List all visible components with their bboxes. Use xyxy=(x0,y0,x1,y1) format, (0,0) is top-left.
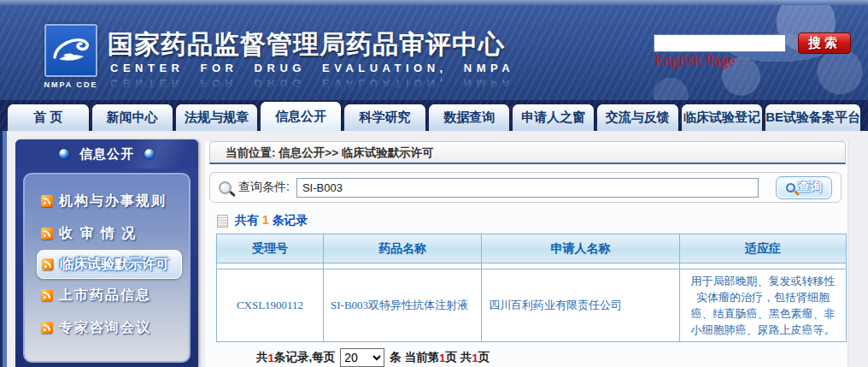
site-title: 国家药品监督管理局药品审评中心 xyxy=(108,27,505,62)
table-spacer-row xyxy=(217,263,847,269)
cell-applicant-name: 四川百利药业有限责任公司 xyxy=(482,269,680,342)
site-subtitle: CENTER FOR DRUG EVALUATION, NMPA xyxy=(110,62,514,74)
rss-icon xyxy=(42,258,54,270)
pagination-text: 页 共 xyxy=(446,350,472,365)
column-header-applicant-name: 申请人名称 xyxy=(482,234,680,263)
list-icon xyxy=(217,215,228,228)
site-subtitle-reflection: CENTER FOR DRUG EVALUATION, NMPA xyxy=(110,77,514,90)
record-count-prefix: 共有 xyxy=(235,213,262,227)
tab-regulations[interactable]: 法规与规章 xyxy=(176,104,257,131)
query-bar: 查询条件: 查询 xyxy=(209,172,842,203)
sidebar-item-label: 收 审 情 况 xyxy=(59,225,137,243)
magnifier-icon xyxy=(786,183,795,192)
tab-applicant-window[interactable]: 申请人之窗 xyxy=(513,104,594,131)
record-count-suffix: 条记录 xyxy=(269,213,308,227)
pagination-text: 页 xyxy=(478,350,490,365)
tab-data-query[interactable]: 数据查询 xyxy=(429,104,510,131)
sidebar-item-expert-advisory-meeting[interactable]: 专家咨询会议 xyxy=(37,311,182,344)
tab-clinical-trial-registry[interactable]: 临床试验登记 xyxy=(682,104,763,131)
pagination-text: 条记录,每页 xyxy=(274,350,335,365)
sidebar-item-label: 机构与办事规则 xyxy=(59,192,167,210)
tab-be-trial-platform[interactable]: BE试验备案平台 xyxy=(765,104,860,131)
sidebar-title: 信息公开 xyxy=(79,146,134,163)
query-input[interactable] xyxy=(296,178,759,198)
breadcrumb: 当前位置: 信息公开>> 临床试验默示许可 xyxy=(209,141,846,164)
sidebar: 信息公开 机构与办事规则 收 审 情 况 临床试验默示许可 xyxy=(15,139,198,367)
sidebar-item-label: 临床试验默示许可 xyxy=(60,256,169,274)
main-content: 当前位置: 信息公开>> 临床试验默示许可 查询条件: 查询 共有 1 条记录 xyxy=(205,141,847,367)
pagination-total-pages: 1 xyxy=(472,352,478,364)
page-size-select[interactable]: 20 xyxy=(340,348,384,367)
pagination-text: 共 xyxy=(256,350,268,365)
query-label: 查询条件: xyxy=(238,180,290,195)
pagination-total-records: 1 xyxy=(268,352,275,364)
english-page-link[interactable]: English Page xyxy=(654,52,736,70)
cell-drug-name: SI-B003双特异性抗体注射液 xyxy=(324,269,482,342)
pagination-current-page: 1 xyxy=(439,352,446,364)
page-body: 信息公开 机构与办事规则 收 审 情 况 临床试验默示许可 xyxy=(0,131,868,367)
rss-icon xyxy=(41,322,53,334)
column-header-drug-name: 药品名称 xyxy=(324,234,482,263)
sidebar-item-clinical-trial-implied-license[interactable]: 临床试验默示许可 xyxy=(37,250,182,279)
query-button[interactable]: 查询 xyxy=(776,176,832,199)
pagination: 共 1条记录,每页 20 条 当前第 1页 共 1 页 xyxy=(256,348,847,367)
sidebar-panel: 机构与办事规则 收 审 情 况 临床试验默示许可 上市药品信息 专家咨询会议 xyxy=(23,173,191,363)
results-table: 受理号 药品名称 申请人名称 适应症 CXSL1900112 SI-B003双特… xyxy=(216,234,847,342)
rss-icon xyxy=(41,228,53,240)
rss-icon xyxy=(41,289,53,301)
pagination-text: 条 当前第 xyxy=(390,350,439,365)
cell-acceptance-no: CXSL1900112 xyxy=(217,269,324,342)
cell-indication: 用于局部晚期、复发或转移性实体瘤的治疗，包括肾细胞癌、结直肠癌、黑色素瘤、非小细… xyxy=(680,269,847,342)
magnifier-icon xyxy=(219,181,232,194)
site-search-button[interactable]: 搜索 xyxy=(798,33,851,54)
page: NMPA CDE 国家药品监督管理局药品审评中心 CENTER FOR DRUG… xyxy=(0,0,868,367)
table-header-row: 受理号 药品名称 申请人名称 适应症 xyxy=(217,234,847,263)
tab-communication[interactable]: 交流与反馈 xyxy=(597,104,678,131)
tab-news[interactable]: 新闻中心 xyxy=(92,104,173,131)
sidebar-item-label: 专家咨询会议 xyxy=(59,319,151,337)
record-count-number: 1 xyxy=(262,213,269,227)
logo-swirl-icon xyxy=(44,24,97,77)
sidebar-item-org-rules[interactable]: 机构与办事规则 xyxy=(37,185,182,217)
logo-text: NMPA CDE xyxy=(43,80,99,89)
site-search-input[interactable] xyxy=(654,34,786,52)
banner: NMPA CDE 国家药品监督管理局药品审评中心 CENTER FOR DRUG… xyxy=(0,5,868,100)
record-count-row: 共有 1 条记录 xyxy=(217,213,847,228)
query-button-label: 查询 xyxy=(798,180,822,195)
column-header-acceptance-no: 受理号 xyxy=(217,234,324,263)
column-header-indication: 适应症 xyxy=(680,234,847,263)
sphere-icon xyxy=(144,149,155,159)
tab-home[interactable]: 首 页 xyxy=(8,104,89,131)
main-nav: 首 页 新闻中心 法规与规章 信息公开 科学研究 数据查询 申请人之窗 交流与反… xyxy=(0,100,868,131)
tab-info-disclosure[interactable]: 信息公开 xyxy=(261,102,342,131)
sidebar-item-acceptance-review[interactable]: 收 审 情 况 xyxy=(37,217,182,250)
tab-science-research[interactable]: 科学研究 xyxy=(344,104,425,131)
sidebar-item-marketed-drug-info[interactable]: 上市药品信息 xyxy=(37,279,182,311)
sidebar-item-label: 上市药品信息 xyxy=(59,287,151,305)
sphere-icon xyxy=(59,149,69,159)
site-logo[interactable]: NMPA CDE xyxy=(43,24,99,89)
table-row: CXSL1900112 SI-B003双特异性抗体注射液 四川百利药业有限责任公… xyxy=(217,269,847,342)
left-edge-light xyxy=(3,131,7,367)
rss-icon xyxy=(41,195,53,207)
sidebar-header: 信息公开 xyxy=(15,139,198,169)
